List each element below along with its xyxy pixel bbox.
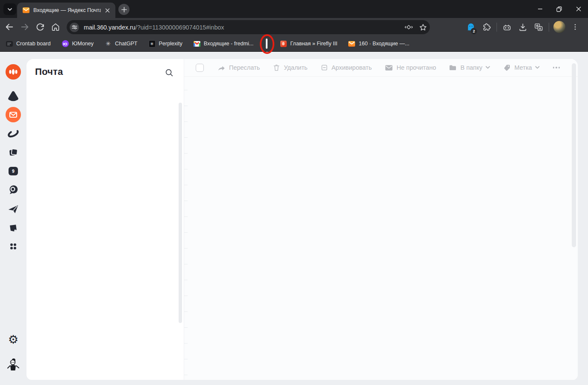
yandex360-workspace: 9 ⚙ Почта Переслать [0, 52, 588, 385]
tab-close-icon[interactable] [103, 6, 111, 14]
profile-avatar[interactable] [551, 21, 567, 33]
minimize-button[interactable] [530, 0, 550, 18]
yandex-mail-favicon [348, 40, 355, 47]
message-list-scrollbar[interactable] [572, 63, 576, 247]
disk-icon[interactable] [7, 89, 20, 102]
robot-extension-icon[interactable] [499, 23, 515, 32]
calendar-icon[interactable]: 9 [9, 167, 18, 175]
tab-title: Входящие — Яндекс Почта [33, 7, 101, 13]
label-button[interactable]: Метка [503, 64, 540, 71]
chatgpt-favicon: ✳ [105, 40, 112, 47]
chevron-down-icon [485, 66, 490, 69]
url-path: /?uid=1130000069074015#inbox [135, 24, 224, 31]
search-icon[interactable] [164, 68, 174, 78]
bookmark-gmail-inbox[interactable]: Входящие - fredmi... [194, 40, 253, 47]
chevron-down-icon [535, 66, 540, 69]
bookmark-label: Crontab board [16, 41, 51, 47]
window-controls [530, 0, 588, 18]
crontab-favicon [6, 40, 13, 47]
delete-button[interactable]: Удалить [273, 64, 307, 71]
messenger-icon[interactable] [7, 184, 20, 196]
notes-icon[interactable] [7, 222, 19, 234]
archive-icon [321, 64, 328, 71]
gmail-favicon [194, 40, 200, 47]
documents-icon[interactable] [7, 146, 20, 159]
forward-arrow-icon [217, 64, 225, 71]
folder-list-scrollbar[interactable] [179, 103, 182, 323]
envelope-icon [385, 65, 393, 71]
calendar-day: 9 [9, 167, 18, 175]
new-tab-button[interactable] [118, 4, 129, 15]
back-button[interactable] [5, 22, 14, 32]
downloads-icon[interactable] [515, 23, 531, 32]
trash-icon [273, 64, 280, 71]
close-button[interactable] [569, 0, 588, 18]
tag-icon [503, 64, 511, 71]
message-toolbar: Переслать Удалить Архивировать Не прочит… [184, 59, 578, 77]
bookmark-yoomoney[interactable]: Ю ЮMoney [62, 40, 94, 47]
translate-icon[interactable] [531, 23, 547, 32]
browser-menu-icon[interactable] [567, 23, 583, 31]
reload-button[interactable] [36, 23, 45, 32]
bookmark-label: Главная » Firefly III [290, 41, 337, 47]
settings-gear-icon[interactable]: ⚙ [8, 333, 18, 346]
mark-unread-button[interactable]: Не прочитано [385, 64, 436, 71]
message-list-area: Переслать Удалить Архивировать Не прочит… [184, 59, 578, 380]
home-button[interactable] [51, 23, 60, 32]
site-settings-icon[interactable] [70, 23, 79, 32]
separator-bar [266, 38, 268, 49]
telemost-icon[interactable] [6, 127, 20, 140]
chevron-down-icon [7, 7, 12, 12]
address-bar[interactable]: mail.360.yandex.ru/?uid=1130000069074015… [67, 20, 430, 34]
forward-button[interactable]: Переслать [217, 64, 260, 71]
plus-icon [121, 7, 127, 12]
extensions-puzzle-icon[interactable] [479, 23, 494, 32]
mail-icon-active[interactable] [6, 107, 21, 122]
code-diamond-icon[interactable] [402, 23, 416, 31]
yandex-mail-favicon [23, 7, 29, 14]
tab-search-button[interactable] [3, 3, 16, 15]
browser-tab-bar: Входящие — Яндекс Почта [0, 0, 588, 18]
browser-toolbar: mail.360.yandex.ru/?uid=1130000069074015… [0, 18, 588, 36]
bookmark-label: ChatGPT [115, 41, 138, 47]
bookmark-drop-separator [265, 38, 269, 49]
bookmark-crontab-board[interactable]: Crontab board [6, 40, 51, 47]
toolbar-separator [497, 23, 497, 32]
yoomoney-favicon: Ю [62, 40, 69, 47]
archive-button[interactable]: Архивировать [321, 64, 372, 71]
restore-button[interactable] [550, 0, 569, 18]
perplexity-favicon: ✳ [149, 40, 156, 47]
bookmark-label: ЮMoney [72, 41, 94, 47]
ghostery-extension-icon[interactable]: 2 [463, 22, 479, 32]
page-title: Почта [35, 66, 63, 77]
folder-icon [449, 65, 456, 71]
user-avatar[interactable] [6, 357, 20, 372]
more-apps-grid-icon[interactable] [8, 241, 18, 252]
bookmark-label: Входящие - fredmi... [204, 41, 253, 47]
bookmark-label: 160 · Входящие —... [359, 41, 409, 47]
more-actions-icon[interactable] [553, 67, 560, 68]
toolbar-separator [549, 23, 549, 32]
bookmark-yandex-inbox[interactable]: 160 · Входящие —... [348, 40, 409, 47]
bookmark-perplexity[interactable]: ✳ Perplexity [149, 40, 182, 47]
url-text[interactable]: mail.360.yandex.ru/?uid=1130000069074015… [84, 24, 224, 31]
bookmark-firefly[interactable]: Главная » Firefly III [280, 40, 337, 47]
forward-button[interactable] [20, 22, 29, 32]
firefly-favicon [280, 40, 287, 47]
bookmark-chatgpt[interactable]: ✳ ChatGPT [105, 40, 138, 47]
bookmarks-bar: Crontab board Ю ЮMoney ✳ ChatGPT ✳ Perpl… [0, 36, 588, 52]
mail-panel: Почта Переслать Удалить Архивировать [26, 59, 578, 380]
extension-badge: 2 [470, 28, 477, 35]
url-domain: mail.360.yandex.ru [84, 24, 135, 31]
bookmark-star-icon[interactable] [416, 23, 430, 32]
select-all-checkbox[interactable] [196, 64, 204, 72]
send-icon[interactable] [7, 203, 20, 216]
move-to-folder-button[interactable]: В папку [449, 64, 490, 71]
yandex360-logo[interactable] [6, 64, 21, 80]
bookmark-label: Perplexity [159, 41, 182, 47]
browser-tab-inbox[interactable]: Входящие — Яндекс Почта [17, 3, 115, 18]
row-separator-ticks [184, 90, 188, 376]
